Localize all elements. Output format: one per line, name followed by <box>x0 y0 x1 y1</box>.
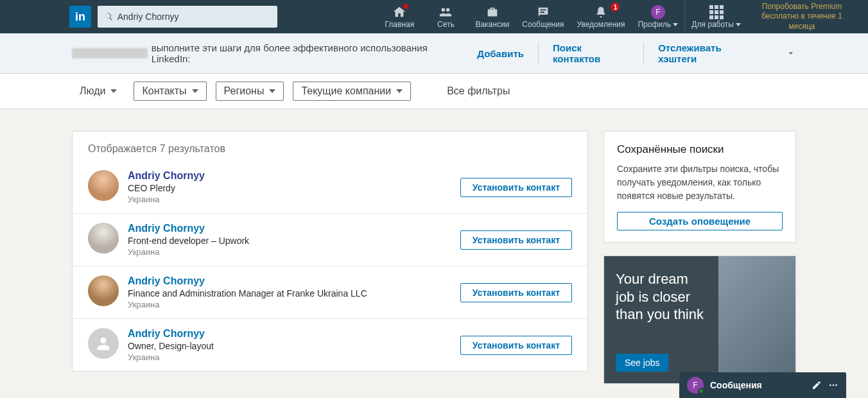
global-header: in Главная Сеть Вакансии Сообщения 1 Уве… <box>0 0 868 33</box>
svg-point-0 <box>829 385 831 386</box>
main-content: Отображается 7 результатов Andriy Chorny… <box>72 131 796 384</box>
nav-items: Главная Сеть Вакансии Сообщения 1 Уведом… <box>376 0 856 33</box>
results-heading: Отображается 7 результатов <box>73 132 587 161</box>
result-location: Украина <box>128 352 460 362</box>
messaging-title: Сообщения <box>710 380 805 390</box>
result-location: Украина <box>128 195 460 204</box>
people-icon <box>438 5 453 19</box>
briefcase-icon <box>485 5 499 19</box>
bell-icon <box>594 5 608 19</box>
notification-dot <box>403 4 408 9</box>
filter-companies[interactable]: Текущие компании <box>293 82 411 101</box>
nav-home[interactable]: Главная <box>376 0 422 33</box>
filter-bar: Люди Контакты Регионы Текущие компании В… <box>0 74 868 109</box>
filter-people[interactable]: Люди <box>72 82 125 100</box>
chevron-down-icon[interactable] <box>786 48 796 58</box>
banner-text: выполните эти шаги для более эффективног… <box>72 42 463 64</box>
connect-button[interactable]: Установить контакт <box>460 178 572 197</box>
nav-label: Профиль <box>638 21 678 28</box>
result-headline: Owner, Design-layout <box>128 341 460 351</box>
search-icon <box>104 12 114 22</box>
search-box[interactable] <box>98 6 277 28</box>
search-result-item: Andriy ChornyyFront-end developer – Upwo… <box>73 213 587 266</box>
result-location: Украина <box>128 300 460 309</box>
result-name[interactable]: Andriy Chornyy <box>128 275 460 287</box>
nav-network[interactable]: Сеть <box>422 0 469 33</box>
job-ad[interactable]: Your dream job is closer than you think … <box>603 255 796 384</box>
avatar-icon: F <box>651 5 665 19</box>
search-result-item: Andriy ChornyyFinance and Administration… <box>73 266 587 318</box>
banner-links: Добавить Поиск контактов Отслеживать хэш… <box>463 42 773 64</box>
connect-button[interactable]: Установить контакт <box>460 336 572 355</box>
nav-label: Уведомления <box>577 21 625 28</box>
messaging-overlay[interactable]: F Сообщения <box>679 372 846 398</box>
search-result-item: Andriy ChornyyOwner, Design-layoutУкраин… <box>73 318 587 371</box>
result-name[interactable]: Andriy Chornyy <box>128 170 460 182</box>
connect-button[interactable]: Установить контакт <box>460 230 572 250</box>
presence-indicator <box>698 388 704 394</box>
more-icon[interactable] <box>828 380 838 390</box>
apps-icon <box>709 5 724 19</box>
linkedin-logo[interactable]: in <box>69 6 91 28</box>
saved-searches-card: Сохранённые поиски Сохраните эти фильтры… <box>603 131 796 243</box>
result-location: Украина <box>128 247 460 257</box>
notification-badge: 1 <box>611 3 620 12</box>
saved-title: Сохранённые поиски <box>617 143 783 156</box>
banner-link-follow[interactable]: Отслеживать хэштеги <box>643 42 773 64</box>
nav-notifications[interactable]: 1 Уведомления <box>570 0 631 33</box>
create-alert-button[interactable]: Создать оповещение <box>617 212 783 230</box>
result-name[interactable]: Andriy Chornyy <box>128 328 460 340</box>
filter-locations[interactable]: Регионы <box>216 82 284 101</box>
chat-icon <box>536 5 550 19</box>
search-results: Отображается 7 результатов Andriy Chorny… <box>72 131 588 372</box>
compose-icon[interactable] <box>812 380 822 390</box>
nav-me[interactable]: F Профиль <box>631 0 684 33</box>
nav-label: Сообщения <box>522 21 564 28</box>
result-name[interactable]: Andriy Chornyy <box>128 223 460 234</box>
nav-label: Для работы <box>691 21 741 28</box>
search-result-item: Andriy ChornyyCEO PlerdyУкраинаУстановит… <box>73 161 587 213</box>
result-avatar[interactable] <box>88 275 119 306</box>
result-avatar[interactable] <box>88 223 119 254</box>
banner-link-find[interactable]: Поиск контактов <box>538 42 643 64</box>
search-input[interactable] <box>117 12 271 22</box>
avatar-icon: F <box>687 377 704 394</box>
nav-messaging[interactable]: Сообщения <box>516 0 570 33</box>
nav-label: Вакансии <box>475 21 509 28</box>
ad-image <box>718 256 795 383</box>
nav-work[interactable]: Для работы <box>685 0 747 33</box>
saved-desc: Сохраните эти фильтры поиска, чтобы полу… <box>617 162 783 203</box>
result-headline: Finance and Administration Manager at Fr… <box>128 288 460 298</box>
connect-button[interactable]: Установить контакт <box>460 283 572 302</box>
svg-point-2 <box>835 385 837 386</box>
result-avatar[interactable] <box>88 170 119 201</box>
nav-label: Главная <box>385 21 415 28</box>
ad-cta-button[interactable]: See jobs <box>616 354 668 372</box>
result-avatar[interactable] <box>88 328 119 359</box>
nav-label: Сеть <box>437 21 455 28</box>
onboarding-banner: выполните эти шаги для более эффективног… <box>0 33 868 74</box>
all-filters[interactable]: Все фильтры <box>439 82 517 100</box>
nav-jobs[interactable]: Вакансии <box>469 0 516 33</box>
result-headline: CEO Plerdy <box>128 183 460 193</box>
banner-link-add[interactable]: Добавить <box>463 48 538 59</box>
premium-upsell[interactable]: Попробовать Premium бесплатно в течение … <box>747 0 856 33</box>
result-headline: Front-end developer – Upwork <box>128 236 460 246</box>
svg-point-1 <box>833 385 835 386</box>
redacted-text <box>72 48 148 58</box>
filter-connections[interactable]: Контакты <box>134 82 206 101</box>
